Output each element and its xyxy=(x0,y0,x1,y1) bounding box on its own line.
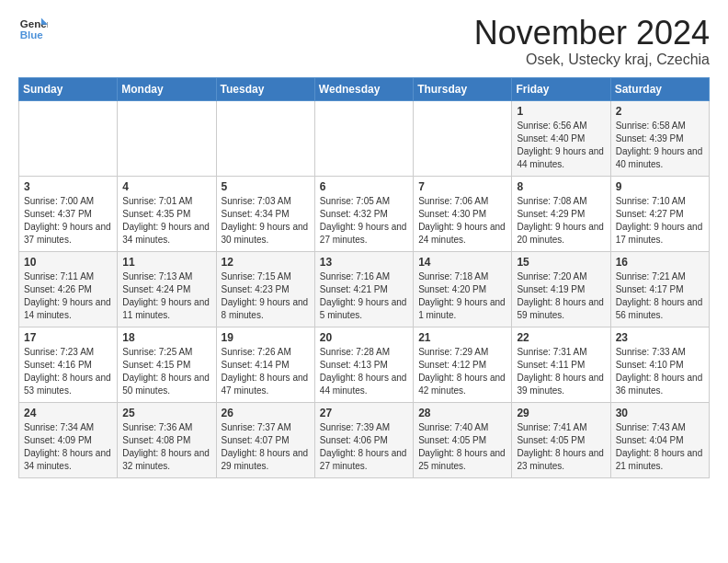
title-area: November 2024 Osek, Ustecky kraj, Czechi… xyxy=(474,15,710,68)
day-number: 12 xyxy=(222,256,310,269)
day-info: Sunrise: 7:03 AM Sunset: 4:34 PM Dayligh… xyxy=(222,195,310,247)
day-info: Sunrise: 7:39 AM Sunset: 4:06 PM Dayligh… xyxy=(320,421,408,473)
day-number: 25 xyxy=(122,407,210,419)
day-info: Sunrise: 7:23 AM Sunset: 4:16 PM Dayligh… xyxy=(24,346,112,397)
day-cell: 18Sunrise: 7:25 AM Sunset: 4:15 PM Dayli… xyxy=(118,327,216,402)
day-cell: 29Sunrise: 7:41 AM Sunset: 4:05 PM Dayli… xyxy=(512,402,610,477)
day-cell: 19Sunrise: 7:26 AM Sunset: 4:14 PM Dayli… xyxy=(216,327,314,402)
day-info: Sunrise: 7:11 AM Sunset: 4:26 PM Dayligh… xyxy=(24,270,112,322)
day-number: 15 xyxy=(517,256,605,269)
day-info: Sunrise: 7:31 AM Sunset: 4:11 PM Dayligh… xyxy=(517,346,605,397)
day-cell: 12Sunrise: 7:15 AM Sunset: 4:23 PM Dayli… xyxy=(216,251,314,327)
day-number: 7 xyxy=(418,180,506,193)
day-info: Sunrise: 7:29 AM Sunset: 4:12 PM Dayligh… xyxy=(418,346,506,397)
day-cell: 23Sunrise: 7:33 AM Sunset: 4:10 PM Dayli… xyxy=(610,327,709,402)
day-info: Sunrise: 7:41 AM Sunset: 4:05 PM Dayligh… xyxy=(517,421,605,473)
week-row-2: 3Sunrise: 7:00 AM Sunset: 4:37 PM Daylig… xyxy=(19,176,710,251)
day-number: 2 xyxy=(616,105,704,118)
day-info: Sunrise: 6:56 AM Sunset: 4:40 PM Dayligh… xyxy=(517,120,605,171)
day-number: 17 xyxy=(24,331,112,344)
day-number: 22 xyxy=(517,331,605,344)
day-info: Sunrise: 6:58 AM Sunset: 4:39 PM Dayligh… xyxy=(616,120,704,171)
header-tuesday: Tuesday xyxy=(216,77,314,100)
logo: General Blue xyxy=(18,15,48,44)
day-cell: 9Sunrise: 7:10 AM Sunset: 4:27 PM Daylig… xyxy=(610,176,709,251)
week-row-4: 17Sunrise: 7:23 AM Sunset: 4:16 PM Dayli… xyxy=(19,327,710,402)
header-friday: Friday xyxy=(512,77,610,100)
day-info: Sunrise: 7:18 AM Sunset: 4:20 PM Dayligh… xyxy=(418,270,506,322)
month-title: November 2024 xyxy=(474,15,710,52)
day-number: 8 xyxy=(517,180,605,193)
day-info: Sunrise: 7:21 AM Sunset: 4:17 PM Dayligh… xyxy=(616,270,704,322)
location-title: Osek, Ustecky kraj, Czechia xyxy=(474,52,710,68)
header-row: Sunday Monday Tuesday Wednesday Thursday… xyxy=(19,77,710,100)
day-cell xyxy=(314,100,413,176)
day-cell: 1Sunrise: 6:56 AM Sunset: 4:40 PM Daylig… xyxy=(512,100,610,176)
day-number: 20 xyxy=(320,331,408,344)
day-info: Sunrise: 7:13 AM Sunset: 4:24 PM Dayligh… xyxy=(122,270,210,322)
day-info: Sunrise: 7:43 AM Sunset: 4:04 PM Dayligh… xyxy=(616,421,704,473)
day-cell: 26Sunrise: 7:37 AM Sunset: 4:07 PM Dayli… xyxy=(216,402,314,477)
day-info: Sunrise: 7:40 AM Sunset: 4:05 PM Dayligh… xyxy=(418,421,506,473)
day-number: 21 xyxy=(418,331,506,344)
day-cell: 16Sunrise: 7:21 AM Sunset: 4:17 PM Dayli… xyxy=(610,251,709,327)
logo-icon: General Blue xyxy=(18,15,48,44)
day-number: 24 xyxy=(24,407,112,419)
day-cell xyxy=(414,100,512,176)
day-cell: 6Sunrise: 7:05 AM Sunset: 4:32 PM Daylig… xyxy=(314,176,413,251)
day-cell: 28Sunrise: 7:40 AM Sunset: 4:05 PM Dayli… xyxy=(414,402,512,477)
day-number: 13 xyxy=(320,256,408,269)
day-number: 4 xyxy=(122,180,210,193)
day-info: Sunrise: 7:05 AM Sunset: 4:32 PM Dayligh… xyxy=(320,195,408,247)
day-info: Sunrise: 7:28 AM Sunset: 4:13 PM Dayligh… xyxy=(320,346,408,397)
day-number: 14 xyxy=(418,256,506,269)
header-area: General Blue November 2024 Osek, Ustecky… xyxy=(18,15,710,68)
day-number: 3 xyxy=(24,180,112,193)
day-info: Sunrise: 7:37 AM Sunset: 4:07 PM Dayligh… xyxy=(222,421,310,473)
day-info: Sunrise: 7:01 AM Sunset: 4:35 PM Dayligh… xyxy=(122,195,210,247)
day-info: Sunrise: 7:10 AM Sunset: 4:27 PM Dayligh… xyxy=(616,195,704,247)
header-sunday: Sunday xyxy=(19,77,118,100)
day-info: Sunrise: 7:16 AM Sunset: 4:21 PM Dayligh… xyxy=(320,270,408,322)
day-info: Sunrise: 7:20 AM Sunset: 4:19 PM Dayligh… xyxy=(517,270,605,322)
day-info: Sunrise: 7:08 AM Sunset: 4:29 PM Dayligh… xyxy=(517,195,605,247)
calendar-table: Sunday Monday Tuesday Wednesday Thursday… xyxy=(18,77,710,478)
day-number: 26 xyxy=(222,407,310,419)
day-cell xyxy=(216,100,314,176)
day-cell: 30Sunrise: 7:43 AM Sunset: 4:04 PM Dayli… xyxy=(610,402,709,477)
day-cell: 25Sunrise: 7:36 AM Sunset: 4:08 PM Dayli… xyxy=(118,402,216,477)
day-cell: 22Sunrise: 7:31 AM Sunset: 4:11 PM Dayli… xyxy=(512,327,610,402)
day-cell: 27Sunrise: 7:39 AM Sunset: 4:06 PM Dayli… xyxy=(314,402,413,477)
day-cell: 11Sunrise: 7:13 AM Sunset: 4:24 PM Dayli… xyxy=(118,251,216,327)
svg-text:Blue: Blue xyxy=(20,29,44,40)
day-number: 6 xyxy=(320,180,408,193)
week-row-5: 24Sunrise: 7:34 AM Sunset: 4:09 PM Dayli… xyxy=(19,402,710,477)
day-cell: 3Sunrise: 7:00 AM Sunset: 4:37 PM Daylig… xyxy=(19,176,118,251)
week-row-1: 1Sunrise: 6:56 AM Sunset: 4:40 PM Daylig… xyxy=(19,100,710,176)
day-info: Sunrise: 7:15 AM Sunset: 4:23 PM Dayligh… xyxy=(222,270,310,322)
header-saturday: Saturday xyxy=(610,77,709,100)
day-cell: 15Sunrise: 7:20 AM Sunset: 4:19 PM Dayli… xyxy=(512,251,610,327)
day-info: Sunrise: 7:25 AM Sunset: 4:15 PM Dayligh… xyxy=(122,346,210,397)
header-thursday: Thursday xyxy=(414,77,512,100)
day-cell xyxy=(118,100,216,176)
day-info: Sunrise: 7:06 AM Sunset: 4:30 PM Dayligh… xyxy=(418,195,506,247)
day-number: 10 xyxy=(24,256,112,269)
day-number: 9 xyxy=(616,180,704,193)
day-number: 18 xyxy=(122,331,210,344)
day-cell: 2Sunrise: 6:58 AM Sunset: 4:39 PM Daylig… xyxy=(610,100,709,176)
day-cell: 4Sunrise: 7:01 AM Sunset: 4:35 PM Daylig… xyxy=(118,176,216,251)
day-info: Sunrise: 7:36 AM Sunset: 4:08 PM Dayligh… xyxy=(122,421,210,473)
day-cell: 14Sunrise: 7:18 AM Sunset: 4:20 PM Dayli… xyxy=(414,251,512,327)
day-cell: 24Sunrise: 7:34 AM Sunset: 4:09 PM Dayli… xyxy=(19,402,118,477)
day-number: 23 xyxy=(616,331,704,344)
calendar-page: General Blue November 2024 Osek, Ustecky… xyxy=(0,0,728,488)
day-cell: 21Sunrise: 7:29 AM Sunset: 4:12 PM Dayli… xyxy=(414,327,512,402)
day-number: 28 xyxy=(418,407,506,419)
day-number: 5 xyxy=(222,180,310,193)
day-number: 11 xyxy=(122,256,210,269)
day-number: 27 xyxy=(320,407,408,419)
week-row-3: 10Sunrise: 7:11 AM Sunset: 4:26 PM Dayli… xyxy=(19,251,710,327)
day-cell: 20Sunrise: 7:28 AM Sunset: 4:13 PM Dayli… xyxy=(314,327,413,402)
day-cell: 13Sunrise: 7:16 AM Sunset: 4:21 PM Dayli… xyxy=(314,251,413,327)
